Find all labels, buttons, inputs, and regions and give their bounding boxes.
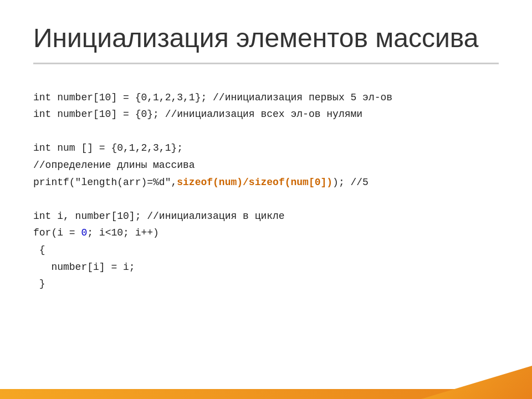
divider — [33, 63, 499, 64]
code-line-1: int number[10] = {0,1,2,3,1}; //инициали… — [33, 89, 499, 106]
code-line-4: //определение длины массива — [33, 157, 499, 174]
code-line-empty-2 — [33, 191, 499, 208]
code-line-9: number[i] = i; — [33, 259, 499, 276]
code-line-6: int i, number[10]; //инициализация в цик… — [33, 208, 499, 225]
highlight-zero: 0 — [81, 227, 87, 238]
code-block: int number[10] = {0,1,2,3,1}; //инициали… — [33, 89, 499, 293]
code-line-7: for(i = 0; i<10; i++) — [33, 224, 499, 242]
code-line-2: int number[10] = {0}; //инициализация вс… — [33, 106, 499, 123]
code-line-3: int num [] = {0,1,2,3,1}; — [33, 140, 499, 157]
code-line-10: } — [33, 275, 499, 293]
code-line-5: printf("length(arr)=%d",sizeof(num)/size… — [33, 174, 499, 191]
highlight-sizeof: sizeof(num)/sizeof(num[0]) — [177, 177, 332, 188]
slide-title: Инициализация элементов массива — [33, 22, 499, 54]
code-line-empty-1 — [33, 123, 499, 140]
title-section: Инициализация элементов массива — [0, 0, 532, 75]
code-line-8: { — [33, 242, 499, 259]
slide-container: Инициализация элементов массива int numb… — [0, 0, 532, 399]
content-section: int number[10] = {0,1,2,3,1}; //инициали… — [0, 75, 532, 399]
